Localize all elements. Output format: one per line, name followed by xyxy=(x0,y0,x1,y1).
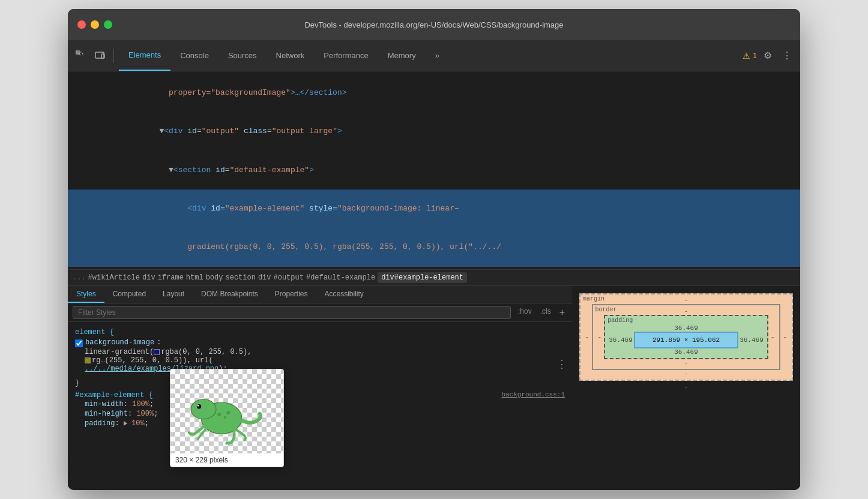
tab-console[interactable]: Console xyxy=(170,40,219,71)
margin-box: margin - - border - xyxy=(579,293,793,381)
breadcrumb-wikiarticle[interactable]: #wikiArticle xyxy=(88,273,140,282)
more-dots-icon[interactable]: ⋮ xyxy=(779,47,795,64)
ellipsis-menu[interactable]: ⋮ xyxy=(556,357,567,371)
breadcrumb-body[interactable]: body xyxy=(206,273,223,282)
tab-computed[interactable]: Computed xyxy=(104,286,154,303)
padding-right-val: 36.469 xyxy=(738,336,765,344)
breadcrumb-default-example[interactable]: #default-example xyxy=(306,273,375,282)
style-rule-element: element { xyxy=(68,327,572,338)
tab-sources[interactable]: Sources xyxy=(219,40,267,71)
html-panel: property="backgroundImage">…</section> ▼… xyxy=(68,71,800,269)
image-preview-tooltip: 320 × 229 pixels xyxy=(170,369,284,467)
tab-styles[interactable]: Styles xyxy=(68,286,104,303)
border-label: border xyxy=(595,306,617,313)
border-box: border - - padding xyxy=(592,304,781,370)
border-right-val: - xyxy=(768,333,777,341)
svg-point-4 xyxy=(191,399,216,419)
source-link[interactable]: background.css:1 xyxy=(501,391,565,398)
inspector-icon[interactable] xyxy=(73,47,89,64)
bg-prop-row: background-image : xyxy=(68,338,572,348)
svg-point-11 xyxy=(196,438,199,440)
filter-styles-input[interactable] xyxy=(73,306,511,319)
breadcrumb-div1[interactable]: div xyxy=(142,273,155,282)
devtools-window: DevTools - developer.mozilla.org/en-US/d… xyxy=(68,9,800,490)
maximize-button[interactable] xyxy=(104,20,112,29)
bg-prop-name: background-image xyxy=(85,338,154,347)
traffic-lights xyxy=(77,20,112,29)
styles-filter-bar: :hov .cls + xyxy=(68,303,572,322)
svg-point-9 xyxy=(226,411,230,414)
tab-layout[interactable]: Layout xyxy=(154,286,193,303)
bg-value-line3: ../../media/examples/lizard.png); xyxy=(68,365,572,373)
title-bar: DevTools - developer.mozilla.org/en-US/d… xyxy=(68,9,800,40)
tab-accessibility[interactable]: Accessibility xyxy=(316,286,372,303)
svg-point-8 xyxy=(224,416,227,419)
svg-point-6 xyxy=(197,405,199,407)
bg-value-line2: rg…(255, 255, 0, 0.5)), url( xyxy=(68,356,572,365)
style-bg-rule: background-image : linear-gradient(rgba(… xyxy=(68,338,572,373)
tab-elements[interactable]: Elements xyxy=(119,40,170,71)
cls-button[interactable]: .cls xyxy=(538,306,553,319)
svg-point-5 xyxy=(197,404,202,409)
html-line: ▼<section id="default-example"> xyxy=(68,151,800,190)
html-line-selected[interactable]: <div id="example-element" style="backgro… xyxy=(68,190,800,228)
margin-right-val: - xyxy=(780,333,789,341)
breadcrumb-bar: ... #wikiArticle div iframe html body se… xyxy=(68,269,800,286)
svg-point-10 xyxy=(193,433,196,435)
tab-more[interactable]: » xyxy=(426,40,449,71)
preview-size-text: 320 × 229 pixels xyxy=(170,453,283,467)
html-line: property="backgroundImage">…</section> xyxy=(68,74,800,112)
tab-network[interactable]: Network xyxy=(267,40,315,71)
margin-top-val: - xyxy=(684,297,689,304)
toolbar: Elements Console Sources Network Perform… xyxy=(68,40,800,71)
breadcrumb-html[interactable]: html xyxy=(186,273,203,282)
margin-top-r xyxy=(781,297,785,303)
panel-tabs: Styles Computed Layout DOM Breakpoints P… xyxy=(68,286,572,303)
filter-buttons: :hov .cls + xyxy=(516,306,567,319)
close-brace-element: } xyxy=(68,378,572,389)
rule2-selector: #example-element { xyxy=(75,391,153,399)
padding-top-val: 36.469 xyxy=(674,324,698,332)
margin-left-val: - xyxy=(583,333,592,341)
warning-badge[interactable]: ⚠ 1 xyxy=(743,51,757,61)
toolbar-right: ⚠ 1 ⚙ ⋮ xyxy=(743,47,795,64)
tab-memory[interactable]: Memory xyxy=(378,40,426,71)
tab-dom-breakpoints[interactable]: DOM Breakpoints xyxy=(193,286,267,303)
tab-performance[interactable]: Performance xyxy=(314,40,378,71)
settings-icon[interactable]: ⚙ xyxy=(759,47,776,64)
breadcrumb-iframe[interactable]: iframe xyxy=(158,273,184,282)
styles-content: element { background-image : linear-grad… xyxy=(68,322,572,433)
svg-point-12 xyxy=(225,442,228,444)
margin-label: margin xyxy=(583,296,604,302)
box-model-panel: margin - - border - xyxy=(572,286,800,490)
breadcrumb-dots[interactable]: ... xyxy=(73,273,86,282)
padding-bottom-val: 36.469 xyxy=(674,348,698,356)
html-line: ▼<div id="output" class="output large"> xyxy=(68,112,800,151)
breadcrumb-output[interactable]: #output xyxy=(274,273,304,282)
box-model-container: margin - - border - xyxy=(579,293,793,390)
hov-button[interactable]: :hov xyxy=(516,306,534,319)
lower-panel: Styles Computed Layout DOM Breakpoints P… xyxy=(68,286,800,490)
padding-box: padding 36.469 36.469 2 xyxy=(604,315,768,359)
responsive-icon[interactable] xyxy=(92,47,109,64)
bg-checkbox[interactable] xyxy=(75,339,83,347)
styles-left-panel: Styles Computed Layout DOM Breakpoints P… xyxy=(68,286,572,490)
border-left-val: - xyxy=(595,333,604,341)
breadcrumb-section[interactable]: section xyxy=(225,273,255,282)
tab-properties[interactable]: Properties xyxy=(267,286,316,303)
plus-button[interactable]: + xyxy=(557,306,567,319)
svg-point-13 xyxy=(243,439,246,441)
close-button[interactable] xyxy=(77,20,86,29)
padding-label: padding xyxy=(607,317,633,324)
rule2-padding: padding: 10%; xyxy=(68,419,572,428)
breadcrumb-example-element[interactable]: div#example-element xyxy=(378,272,467,283)
tab-bar: Elements Console Sources Network Perform… xyxy=(119,40,740,71)
breadcrumb-div2[interactable]: div xyxy=(258,273,271,282)
toolbar-divider xyxy=(113,49,114,63)
rule2-header: #example-element { background.css:1 xyxy=(68,389,572,399)
svg-rect-2 xyxy=(101,54,104,58)
padding-left-val: 36.469 xyxy=(607,336,634,344)
minimize-button[interactable] xyxy=(91,20,99,29)
outer-bottom-dash: - xyxy=(579,383,793,390)
content-box: 291.859 × 195.062 xyxy=(634,332,738,348)
